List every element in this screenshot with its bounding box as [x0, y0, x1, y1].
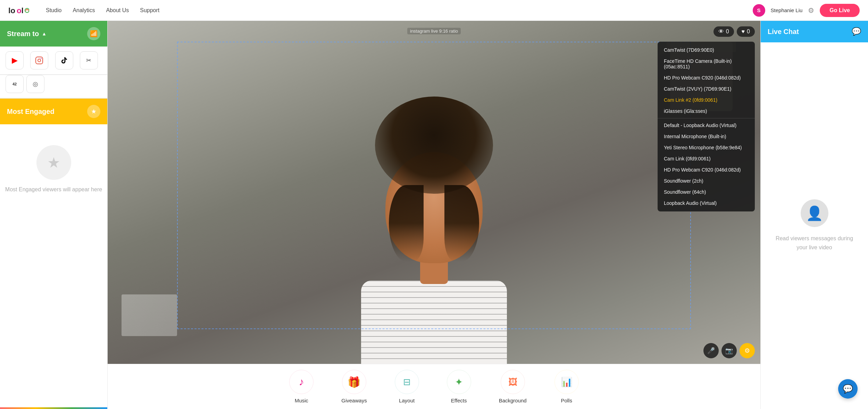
center-area: instagram live 9:16 ratio 👁 0 ♥ 0 CamTwi…	[108, 21, 760, 409]
audio-option-7[interactable]: Loopback Audio (Virtual)	[658, 198, 755, 209]
audio-option-6[interactable]: Soundflower (64ch)	[658, 186, 755, 198]
main-layout: Stream to ▲ 📶 ▶	[0, 21, 868, 409]
camera-button[interactable]: 📷	[721, 343, 737, 358]
effects-icon-circle: ✦	[447, 370, 471, 394]
audio-option-2[interactable]: Yeti Stereo Microphone (b58e:9e84)	[658, 142, 755, 153]
chat-empty-state: 👤 Read viewers messages during your live…	[761, 42, 868, 409]
engaged-star-placeholder: ★	[36, 145, 71, 180]
camera-option-4[interactable]: Cam Link #2 (0fd9:0061)	[658, 94, 755, 106]
stats-bar: 👁 0 ♥ 0	[713, 26, 755, 37]
eye-stat-icon: 👁	[718, 28, 724, 35]
audio-option-4[interactable]: HD Pro Webcam C920 (046d:082d)	[658, 164, 755, 175]
polls-icon: 📊	[561, 377, 572, 387]
header: lo o l Studio Analytics About Us Support…	[0, 0, 868, 21]
left-sidebar: Stream to ▲ 📶 ▶	[0, 21, 108, 409]
tool-layout[interactable]: ⊟ Layout	[395, 370, 419, 403]
chat-empty-text: Read viewers messages during your live v…	[775, 234, 854, 252]
tool-giveaways[interactable]: 🎁 Giveaways	[341, 370, 367, 403]
engaged-empty-text: Most Engaged viewers will appear here	[5, 185, 102, 194]
video-container: instagram live 9:16 ratio 👁 0 ♥ 0 CamTwi…	[108, 21, 760, 364]
camera-option-2[interactable]: HD Pro Webcam C920 (046d:082d)	[658, 72, 755, 83]
svg-rect-4	[36, 57, 43, 64]
views-stat: 👁 0	[713, 26, 734, 37]
tool-music[interactable]: ♪ Music	[289, 370, 314, 403]
wifi-circle: 📶	[87, 27, 100, 40]
chat-bubble-icon: 💬	[852, 27, 861, 36]
wifi-icon: 📶	[90, 30, 98, 37]
svg-text:l: l	[22, 6, 24, 15]
background-icon-circle: 🖼	[501, 370, 525, 394]
svg-point-6	[41, 58, 42, 59]
platform-row2: 42 ◎	[0, 75, 107, 99]
camera-option-5[interactable]: iGlasses (iGla:sses)	[658, 106, 755, 117]
user-name: Stephanie Liu	[771, 7, 803, 13]
layout-icon-circle: ⊟	[395, 370, 419, 394]
chat-avatar-placeholder: 👤	[801, 199, 828, 227]
platform-eye[interactable]: ◎	[26, 75, 44, 93]
svg-point-5	[38, 59, 41, 62]
giveaways-icon-circle: 🎁	[342, 370, 366, 394]
stream-to-label: Stream to ▲	[7, 30, 47, 38]
chat-fab-button[interactable]: 💬	[838, 379, 858, 399]
camera-option-3[interactable]: CamTwist (2VUY) (7D69:90E1)	[658, 83, 755, 94]
views-count: 0	[726, 28, 729, 35]
engaged-empty-state: ★ Most Engaged viewers will appear here	[0, 124, 107, 407]
polls-label: Polls	[561, 398, 572, 403]
music-icon-circle: ♪	[289, 370, 314, 394]
giveaways-icon: 🎁	[348, 376, 360, 388]
tool-polls[interactable]: 📊 Polls	[554, 370, 579, 403]
dropdown-divider	[658, 118, 755, 118]
star-circle: ★	[87, 105, 100, 118]
platform-restream[interactable]: 42	[6, 75, 24, 93]
camera-option-1[interactable]: FaceTime HD Camera (Built-in)(05ac:8511)	[658, 56, 755, 72]
music-label: Music	[295, 398, 308, 403]
platform-instagram[interactable]	[30, 51, 48, 69]
svg-text:o: o	[17, 6, 22, 15]
bottom-toolbar: ♪ Music 🎁 Giveaways ⊟ Layout ✦ E	[108, 364, 760, 409]
svg-text:lo: lo	[8, 6, 15, 15]
sidebar-bottom-stripe	[0, 407, 107, 409]
camera-option-0[interactable]: CamTwist (7D69:90E0)	[658, 44, 755, 56]
platform-periscope[interactable]: ✂	[80, 51, 98, 69]
settings-button[interactable]: ⚙	[740, 343, 755, 358]
tool-effects[interactable]: ✦ Effects	[447, 370, 471, 403]
giveaways-label: Giveaways	[341, 398, 367, 403]
effects-icon: ✦	[455, 376, 463, 388]
nav-support[interactable]: Support	[140, 7, 159, 14]
avatar: S	[753, 4, 765, 17]
tool-background[interactable]: 🖼 Background	[499, 370, 527, 403]
star-icon: ★	[91, 108, 97, 115]
most-engaged-label: Most Engaged	[7, 108, 55, 116]
camera-dropdown: CamTwist (7D69:90E0) FaceTime HD Camera …	[658, 42, 755, 211]
nav-analytics[interactable]: Analytics	[73, 7, 95, 14]
most-engaged-bar[interactable]: Most Engaged ★	[0, 99, 107, 124]
chat-fab-icon: 💬	[843, 384, 853, 394]
live-chat-header: Live Chat 💬	[761, 21, 868, 42]
likes-stat: ♥ 0	[737, 26, 755, 37]
audio-option-0[interactable]: Default - Loopback Audio (Virtual)	[658, 120, 755, 131]
header-right: S Stephanie Liu ⚙ Go Live	[753, 4, 860, 17]
star-placeholder-icon: ★	[47, 154, 60, 171]
main-nav: Studio Analytics About Us Support	[46, 7, 159, 14]
live-chat-label: Live Chat	[768, 28, 799, 36]
platform-grid: ▶	[0, 47, 107, 75]
platform-youtube[interactable]: ▶	[6, 51, 24, 69]
layout-label: Layout	[399, 398, 415, 403]
go-live-button[interactable]: Go Live	[820, 4, 860, 17]
logo: lo o l	[8, 5, 32, 16]
platform-tiktok[interactable]	[55, 51, 73, 69]
effects-label: Effects	[451, 398, 467, 403]
gear-icon[interactable]: ⚙	[808, 6, 814, 15]
polls-icon-circle: 📊	[554, 370, 579, 394]
audio-option-5[interactable]: Soundflower (2ch)	[658, 175, 755, 186]
audio-option-1[interactable]: Internal Microphone (Built-in)	[658, 131, 755, 142]
microphone-button[interactable]: 🎤	[703, 343, 719, 358]
nav-about[interactable]: About Us	[106, 7, 129, 14]
heart-stat-icon: ♥	[742, 28, 745, 35]
audio-option-3[interactable]: Cam Link (0fd9:0061)	[658, 153, 755, 164]
person-icon: 👤	[806, 205, 823, 222]
music-icon: ♪	[299, 376, 304, 388]
stream-to-bar[interactable]: Stream to ▲ 📶	[0, 21, 107, 47]
video-controls: 🎤 📷 ⚙	[703, 343, 755, 358]
nav-studio[interactable]: Studio	[46, 7, 61, 14]
